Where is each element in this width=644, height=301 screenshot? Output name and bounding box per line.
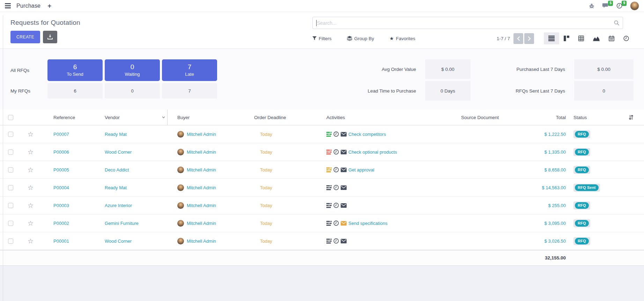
activity-cell[interactable]: Check optional products	[325, 149, 429, 155]
purchased-last-7-days: $ 0.00	[574, 59, 634, 79]
group-by-button[interactable]: Group By	[347, 36, 374, 41]
table-row[interactable]: ☆ P00002 Gemini Furniture Mitchell Admin…	[0, 214, 644, 232]
order-deadline[interactable]: Today	[251, 203, 325, 208]
add-icon[interactable]: +	[47, 2, 51, 9]
favorite-star-icon[interactable]: ☆	[28, 184, 34, 191]
all-rfqs-filter[interactable]: All RFQs	[10, 59, 45, 81]
header-source-document[interactable]: Source Document	[429, 115, 531, 120]
favorite-star-icon[interactable]: ☆	[28, 167, 34, 173]
order-deadline[interactable]: Today	[251, 149, 325, 155]
favorite-star-icon[interactable]: ☆	[28, 238, 34, 244]
my-rfqs-filter[interactable]: My RFQs	[10, 83, 45, 98]
create-button[interactable]: CREATE	[10, 31, 40, 43]
activity-cell[interactable]	[325, 185, 429, 190]
order-deadline[interactable]: Today	[251, 238, 325, 244]
pager-previous-button[interactable]	[513, 33, 523, 44]
kanban-view-button[interactable]	[559, 32, 574, 44]
header-vendor[interactable]: Vendor	[103, 110, 168, 125]
buyer-cell[interactable]: Mitchell Admin	[168, 202, 251, 209]
vendor-link[interactable]: Ready Mat	[103, 132, 168, 137]
pager-next-button[interactable]	[524, 33, 534, 44]
row-checkbox[interactable]	[8, 167, 13, 172]
export-button[interactable]	[43, 31, 57, 43]
reference-link[interactable]: P00004	[40, 185, 103, 190]
reference-link[interactable]: P00006	[40, 149, 103, 155]
activity-view-button[interactable]	[619, 32, 634, 44]
header-activities[interactable]: Activities	[325, 115, 429, 120]
favorite-star-icon[interactable]: ☆	[28, 149, 34, 155]
buyer-cell[interactable]: Mitchell Admin	[168, 131, 251, 138]
buyer-cell[interactable]: Mitchell Admin	[168, 184, 251, 191]
vendor-link[interactable]: Deco Addict	[103, 167, 168, 172]
header-reference[interactable]: Reference	[40, 115, 103, 120]
select-all-checkbox[interactable]	[8, 115, 13, 120]
list-view-button[interactable]	[544, 32, 559, 44]
reference-link[interactable]: P00005	[40, 167, 103, 172]
table-row[interactable]: ☆ P00007 Ready Mat Mitchell Admin Today	[0, 125, 644, 143]
envelope-icon	[341, 132, 347, 137]
favorites-button[interactable]: ★ Favorites	[390, 36, 415, 41]
row-checkbox[interactable]	[8, 221, 13, 226]
table-row[interactable]: ☆ P00003 Azure Interior Mitchell Admin T…	[0, 197, 644, 214]
to-send-button[interactable]: 6 To Send	[47, 59, 103, 81]
pivot-view-button[interactable]	[574, 32, 589, 44]
header-status[interactable]: Status	[569, 115, 618, 120]
user-avatar[interactable]	[630, 1, 639, 10]
graph-view-button[interactable]	[589, 33, 604, 44]
optional-columns-button[interactable]	[618, 115, 644, 120]
table-row[interactable]: ☆ P00005 Deco Addict Mitchell Admin Toda…	[0, 161, 644, 179]
app-name[interactable]: Purchase	[16, 3, 40, 9]
my-late-button[interactable]: 7	[162, 83, 217, 98]
clock-icon	[333, 203, 339, 208]
table-row[interactable]: ☆ P00004 Ready Mat Mitchell Admin Today	[0, 179, 644, 197]
late-button[interactable]: 7 Late	[162, 59, 217, 81]
header-total[interactable]: Total	[531, 115, 569, 120]
menu-icon[interactable]	[4, 2, 12, 9]
activity-cell[interactable]	[325, 203, 429, 208]
messages-icon[interactable]: 5	[602, 3, 609, 9]
buyer-cell[interactable]: Mitchell Admin	[168, 149, 251, 155]
reference-link[interactable]: P00003	[40, 203, 103, 208]
order-deadline[interactable]: Today	[251, 167, 325, 172]
pager-range: 1-7 / 7	[497, 36, 510, 41]
order-deadline[interactable]: Today	[251, 221, 325, 226]
row-checkbox[interactable]	[8, 132, 13, 137]
activity-cell[interactable]: Get approval	[325, 167, 429, 172]
buyer-cell[interactable]: Mitchell Admin	[168, 167, 251, 173]
search-input[interactable]	[313, 17, 623, 29]
calendar-view-button[interactable]	[604, 32, 619, 44]
vendor-link[interactable]: Azure Interior	[103, 203, 168, 208]
vendor-link[interactable]: Ready Mat	[103, 185, 168, 190]
favorite-star-icon[interactable]: ☆	[28, 220, 34, 227]
vendor-link[interactable]: Wood Corner	[103, 238, 168, 244]
order-deadline[interactable]: Today	[251, 185, 325, 190]
row-checkbox[interactable]	[8, 203, 13, 208]
table-row[interactable]: ☆ P00001 Wood Corner Mitchell Admin Toda…	[0, 232, 644, 250]
vendor-link[interactable]: Gemini Furniture	[103, 221, 168, 226]
header-order-deadline[interactable]: Order Deadline	[251, 115, 325, 120]
favorite-star-icon[interactable]: ☆	[28, 131, 34, 138]
activity-cell[interactable]	[325, 238, 429, 244]
favorite-star-icon[interactable]: ☆	[28, 202, 34, 209]
row-checkbox[interactable]	[8, 185, 13, 190]
reference-link[interactable]: P00002	[40, 221, 103, 226]
order-deadline[interactable]: Today	[251, 132, 325, 137]
reference-link[interactable]: P00007	[40, 132, 103, 137]
my-waiting-button[interactable]: 0	[105, 83, 160, 98]
reference-link[interactable]: P00001	[40, 238, 103, 244]
filters-button[interactable]: Filters	[312, 36, 332, 41]
buyer-cell[interactable]: Mitchell Admin	[168, 238, 251, 244]
activity-cell[interactable]: Check competitors	[325, 131, 429, 137]
my-to-send-button[interactable]: 6	[47, 83, 103, 98]
vendor-link[interactable]: Wood Corner	[103, 149, 168, 155]
buyer-cell[interactable]: Mitchell Admin	[168, 220, 251, 227]
waiting-button[interactable]: 0 Waiting	[105, 59, 160, 81]
header-buyer[interactable]: Buyer	[168, 115, 251, 120]
row-checkbox[interactable]	[8, 149, 13, 155]
search-icon[interactable]	[614, 20, 619, 25]
debug-icon[interactable]	[589, 3, 594, 9]
activity-cell[interactable]: Send specifications	[325, 220, 429, 226]
activities-clock-icon[interactable]: 9	[616, 3, 622, 9]
table-row[interactable]: ☆ P00006 Wood Corner Mitchell Admin Toda…	[0, 143, 644, 161]
row-checkbox[interactable]	[8, 238, 13, 244]
